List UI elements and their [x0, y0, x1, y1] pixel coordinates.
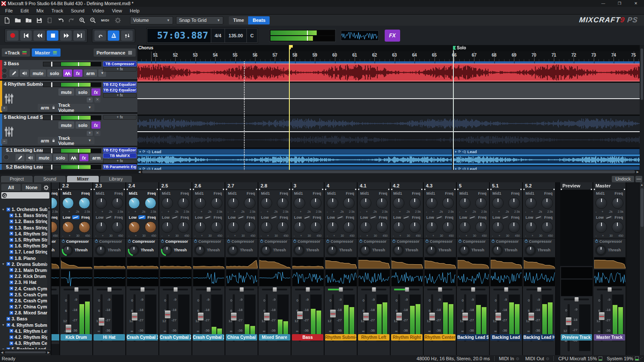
eq-knob[interactable]	[327, 221, 338, 233]
power-icon[interactable]	[326, 240, 329, 243]
track-volume-slider[interactable]	[43, 82, 61, 87]
eq-knob[interactable]	[62, 221, 74, 233]
thresh-knob[interactable]	[195, 246, 204, 255]
track-visible-checkbox[interactable]: ✕	[9, 244, 13, 248]
add-fx-button[interactable]: + fx	[103, 93, 137, 98]
undock-button[interactable]: Undock	[612, 176, 634, 182]
loop-clip-button[interactable]	[45, 16, 55, 25]
plugin-slot[interactable]: TB Parametric Equ...	[103, 164, 137, 169]
pan-control[interactable]	[490, 287, 522, 293]
marker-chorus[interactable]: Chorus	[138, 45, 153, 50]
undo-button[interactable]	[56, 16, 65, 25]
tab-sound[interactable]: Sound	[34, 176, 66, 182]
power-icon[interactable]	[293, 240, 296, 243]
strip-name-label[interactable]: Rhythm Left	[358, 334, 389, 341]
sidebar-vscrollbar[interactable]: ▲	[47, 206, 51, 349]
eq-slope-icon[interactable]	[105, 215, 112, 219]
eq-knob[interactable]	[261, 221, 272, 233]
track-volume-slider[interactable]	[43, 165, 61, 169]
strip-name-label[interactable]: Rhythm Right	[391, 334, 422, 341]
punch-in-out-button[interactable]	[121, 30, 133, 41]
track-visible-checkbox[interactable]: ✕	[9, 250, 13, 254]
eq-knob[interactable]	[360, 221, 371, 233]
track-visible-checkbox[interactable]: ✕	[6, 347, 10, 349]
eq-freq-knob[interactable]	[475, 221, 487, 233]
timeline-hscrollbar[interactable]: ◀▶	[137, 170, 640, 174]
pan-control[interactable]	[52, 287, 60, 293]
pan-control[interactable]	[424, 287, 456, 293]
performance-button[interactable]: Performance	[94, 48, 136, 57]
add-fx-button[interactable]: + fx	[103, 115, 137, 120]
power-icon[interactable]	[227, 240, 230, 243]
collapse-track-button[interactable]: −	[1, 139, 7, 144]
eq-freq-knob[interactable]	[178, 221, 189, 233]
automation-button[interactable]	[63, 69, 72, 77]
track-visible-checkbox[interactable]: ✕	[9, 293, 13, 296]
tree-item[interactable]: ✕1.7. Lead Strings	[0, 249, 47, 255]
eq-knob[interactable]	[595, 221, 607, 233]
tree-item[interactable]: ✕2.6. Crash Cymbal 3	[0, 298, 47, 304]
eq-knob[interactable]	[360, 197, 371, 209]
menu-item-track[interactable]: Track	[48, 8, 67, 14]
thresh-knob[interactable]	[394, 246, 403, 255]
strip-number[interactable]	[52, 182, 60, 190]
thresh-knob[interactable]	[261, 246, 270, 255]
pan-control[interactable]	[126, 287, 158, 293]
add-fx-button[interactable]: + fx	[103, 159, 137, 163]
settings-gear-button[interactable]	[43, 184, 49, 191]
strip-name-label[interactable]: Master Track	[594, 334, 625, 341]
add-lane-button[interactable]: +	[87, 97, 93, 103]
arm-button[interactable]: arm	[84, 69, 97, 77]
draw-tool-button[interactable]	[15, 154, 24, 161]
remove-lane-button[interactable]: ✕	[94, 97, 100, 103]
track-header-rhythm-submix[interactable]: 4 Rhythm Submix mute solo fx + ✕ arm Tra…	[0, 81, 137, 112]
strip-name-label[interactable]: Kick Drum	[61, 334, 92, 341]
eq-freq-knob[interactable]	[612, 221, 623, 233]
marker-solo[interactable]: Solo	[453, 45, 466, 50]
solo-button[interactable]: solo	[76, 88, 90, 96]
pan-control[interactable]	[225, 287, 258, 293]
eq-slope-icon[interactable]	[502, 215, 509, 219]
resize-grip[interactable]: ⋰	[639, 356, 642, 361]
tree-item[interactable]: ✕1.5. Rhythm Strings I	[0, 237, 47, 243]
record-button[interactable]	[7, 30, 18, 41]
eq-freq-knob[interactable]	[343, 197, 355, 209]
power-icon[interactable]	[62, 240, 65, 243]
pan-control[interactable]	[358, 287, 390, 293]
pan-control[interactable]	[192, 287, 225, 293]
strip-number[interactable]: 5.1	[490, 182, 522, 190]
eq-freq-knob[interactable]	[211, 197, 222, 209]
track-visible-checkbox[interactable]: ✕	[9, 287, 13, 290]
fx-button[interactable]: fx	[79, 154, 88, 161]
tree-item[interactable]: ✕1.1. Bass Strings L	[0, 212, 47, 218]
track-visible-checkbox[interactable]: ✕	[9, 299, 13, 302]
time-mode-button[interactable]: Time	[229, 16, 248, 24]
eq-freq-knob[interactable]	[145, 221, 156, 233]
go-to-start-button[interactable]	[20, 30, 32, 41]
eq-freq-knob[interactable]	[52, 197, 58, 209]
edit-cursor-line[interactable]	[244, 61, 245, 174]
strip-number[interactable]: 3	[292, 182, 324, 190]
track-visible-checkbox[interactable]: ✕	[9, 238, 13, 242]
eq-freq-knob[interactable]	[612, 197, 623, 209]
solo-button[interactable]: solo	[47, 69, 62, 77]
tree-item[interactable]: ✕1.3. Bass Strings	[0, 225, 47, 231]
track-visible-checkbox[interactable]: ✕	[9, 305, 13, 309]
eq-freq-knob[interactable]	[79, 221, 90, 233]
eq-knob[interactable]	[95, 221, 107, 233]
strip-name-label[interactable]: China Cymbal	[226, 334, 257, 341]
tree-item[interactable]: ✕4.3. Rhythm Center	[0, 340, 47, 346]
eq-slope-icon[interactable]	[72, 215, 79, 219]
strip-number[interactable]: 2.7	[225, 182, 258, 190]
tab-project[interactable]: Project	[1, 176, 33, 182]
strip-number[interactable]: 2.6	[192, 182, 225, 190]
strip-number[interactable]: Master	[593, 182, 626, 190]
track-visible-checkbox[interactable]: ✕	[9, 220, 13, 223]
pan-handle[interactable]	[107, 287, 111, 292]
strip-name-label[interactable]: Hi Hat	[94, 334, 125, 341]
track-visible-checkbox[interactable]: ✕	[9, 329, 13, 333]
chevron-down-icon[interactable]: ▼	[2, 348, 5, 349]
lane-backing-submix-2[interactable]	[137, 132, 640, 148]
eq-slope-icon[interactable]	[469, 215, 476, 219]
plugin-slot[interactable]: TB MultiFX	[103, 153, 137, 158]
